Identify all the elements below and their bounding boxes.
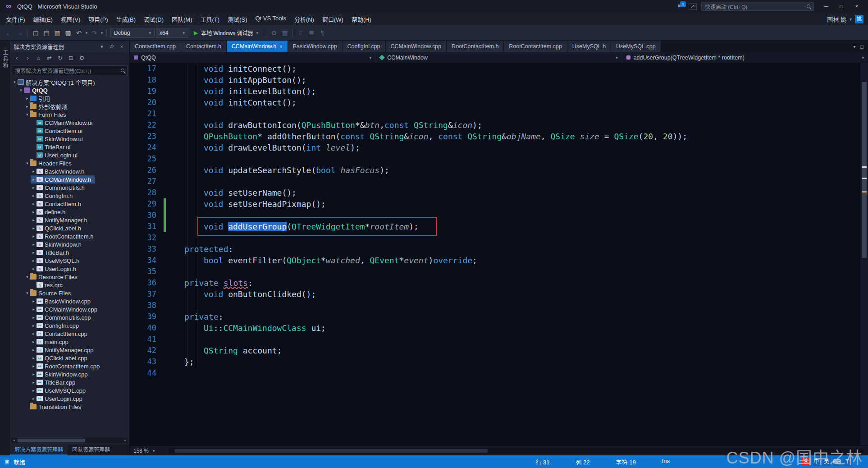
tree-item-NotifyManager.cpp[interactable]: ▸++NotifyManager.cpp xyxy=(10,346,129,354)
tree-item-define.h[interactable]: ▸hdefine.h xyxy=(10,208,129,216)
expander-icon[interactable]: ▸ xyxy=(31,380,37,385)
tab-ContactItem.cpp[interactable]: ContactItem.cpp xyxy=(130,41,181,52)
solution-platform-select[interactable]: x64 ▾ xyxy=(156,28,188,38)
menu-item[interactable]: 工具(T) xyxy=(196,13,224,26)
collapse-all-icon[interactable]: ⊟ xyxy=(66,54,76,63)
code-line-25[interactable]: 25 xyxy=(130,153,860,165)
new-file-icon[interactable]: ▢ xyxy=(30,28,41,38)
back-icon[interactable]: ‹ xyxy=(12,54,22,63)
expander-icon[interactable]: ▸ xyxy=(31,331,37,336)
tree-item-UseMySQL.h[interactable]: ▸hUseMySQL.h xyxy=(10,257,129,265)
tab-BasicWindow.cpp[interactable]: BasicWindow.cpp xyxy=(288,41,342,52)
open-file-icon[interactable]: ▤ xyxy=(41,28,52,38)
code-line-36[interactable]: 36private slots: xyxy=(130,277,860,289)
menu-item[interactable]: 帮助(H) xyxy=(347,13,375,26)
tree-item-Translation Files[interactable]: Translation Files xyxy=(10,403,129,411)
pin-icon[interactable]: ⚲ xyxy=(106,41,117,52)
active-files-dropdown-icon[interactable]: ▾ xyxy=(854,44,856,49)
code-editor[interactable]: 17void initConnect();18void initAppButto… xyxy=(130,63,868,445)
user-avatar[interactable]: 姚 xyxy=(855,15,863,23)
expander-icon[interactable]: ▸ xyxy=(31,242,37,247)
ime-tile[interactable]: 中 xyxy=(812,457,821,466)
breadcrumb-member-dropdown[interactable]: addUserGroup(QTreeWidgetItem * rootItem)… xyxy=(622,52,868,63)
build-gear-icon[interactable]: ⚙ xyxy=(269,28,279,38)
tree-item-ContactItem.h[interactable]: ▸hContactItem.h xyxy=(10,200,129,208)
scroll-left-icon[interactable]: ◂ xyxy=(11,438,17,443)
expander-icon[interactable]: ▸ xyxy=(31,315,37,320)
home-icon[interactable]: ⌂ xyxy=(33,54,44,63)
tree-item-Source Files[interactable]: ▾Source Files xyxy=(10,289,129,297)
tab-CCMainWindow.cpp[interactable]: CCMainWindow.cpp xyxy=(386,41,447,52)
tree-item-CommonUtils.cpp[interactable]: ▸++CommonUtils.cpp xyxy=(10,313,129,321)
tree-item-CCMainWindow.h[interactable]: ▸hCCMainWindow.h xyxy=(10,175,129,184)
editor-hscrollbar[interactable] xyxy=(169,448,863,454)
tree-item-QClickLabel.h[interactable]: ▸hQClickLabel.h xyxy=(10,224,129,232)
code-line-24[interactable]: 24void drawLevelButton(int level); xyxy=(130,142,860,153)
tree-item-CCMainWindow.ui[interactable]: uiCCMainWindow.ui xyxy=(10,119,129,127)
tree-item-ContactItem.cpp[interactable]: ▸++ContactItem.cpp xyxy=(10,330,129,338)
tree-item-SkinWindow.ui[interactable]: uiSkinWindow.ui xyxy=(10,135,129,143)
tree-item-Form Files[interactable]: ▾Form Files xyxy=(10,110,129,119)
tree-item-SkinWindow.h[interactable]: ▸hSkinWindow.h xyxy=(10,240,129,248)
menu-item[interactable]: Qt VS Tools xyxy=(251,13,290,26)
tree-item-ContactItem.ui[interactable]: uiContactItem.ui xyxy=(10,127,129,135)
maximize-button[interactable]: □ xyxy=(834,1,849,12)
code-line-18[interactable]: 18void initAppButton(); xyxy=(130,74,860,86)
tree-item-RootContactItem.cpp[interactable]: ▸++RootContactItem.cpp xyxy=(10,362,129,370)
expander-icon[interactable]: ▸ xyxy=(31,177,37,182)
navigate-lines-icon[interactable]: ≣ xyxy=(306,28,317,38)
refresh-icon[interactable]: ↻ xyxy=(55,54,65,63)
tree-item-main.cpp[interactable]: ▸++main.cpp xyxy=(10,338,129,346)
tree-item-UserLogin.cpp[interactable]: ▸++UserLogin.cpp xyxy=(10,395,129,403)
expander-icon[interactable]: ▸ xyxy=(31,299,37,303)
menu-item[interactable]: 测试(S) xyxy=(224,13,251,26)
formatting-marks-icon[interactable]: ¶ xyxy=(317,28,328,38)
code-line-32[interactable]: 32 xyxy=(130,232,860,243)
menu-item[interactable]: 编辑(E) xyxy=(29,13,57,26)
expander-icon[interactable]: ▸ xyxy=(31,340,37,344)
expander-icon[interactable]: ▾ xyxy=(24,112,30,117)
tree-item-TitleBar.cpp[interactable]: ▸++TitleBar.cpp xyxy=(10,378,129,386)
code-line-40[interactable]: 40Ui::CCMainWindowClass ui; xyxy=(130,322,860,334)
solution-hscrollbar[interactable]: ◂ ▸ xyxy=(11,438,128,443)
tree-item-TitleBar.h[interactable]: ▸hTitleBar.h xyxy=(10,248,129,257)
code-line-35[interactable]: 35 xyxy=(130,266,860,277)
minimize-button[interactable]: ─ xyxy=(818,1,834,12)
ime-tile[interactable]: ⌨ xyxy=(832,457,841,466)
expander-icon[interactable]: ▸ xyxy=(31,348,37,352)
hscroll-thumb[interactable] xyxy=(18,439,85,442)
expander-icon[interactable]: ▸ xyxy=(31,218,37,222)
expander-icon[interactable]: ▸ xyxy=(31,396,37,401)
solution-search-input[interactable]: 搜索解决方案资源管理器(Ctrl+;) xyxy=(12,65,128,75)
outline-icon[interactable]: ≡ xyxy=(295,28,306,38)
tab-UseMySQL.cpp[interactable]: UseMySQL.cpp xyxy=(611,41,661,52)
code-line-38[interactable]: 38 xyxy=(130,300,860,311)
float-window-icon[interactable]: ▢ xyxy=(860,44,864,49)
dropdown-arrow-icon[interactable]: ▾ xyxy=(100,31,104,35)
ime-tile[interactable]: 英 xyxy=(822,457,831,466)
feedback-icon[interactable]: ↗ xyxy=(689,3,697,10)
menu-item[interactable]: 调试(D) xyxy=(140,13,168,26)
code-line-17[interactable]: 17void initConnect(); xyxy=(130,63,860,74)
expander-icon[interactable]: ▾ xyxy=(24,291,30,295)
menu-item[interactable]: 生成(B) xyxy=(112,13,140,26)
menu-item[interactable]: 团队(M) xyxy=(168,13,196,26)
expander-icon[interactable]: ▸ xyxy=(31,226,37,230)
tree-item-CCMainWindow.cpp[interactable]: ▸++CCMainWindow.cpp xyxy=(10,305,129,313)
expander-icon[interactable]: ▸ xyxy=(31,234,37,239)
expander-icon[interactable]: ▸ xyxy=(31,323,37,328)
tab-ConfigIni.cpp[interactable]: ConfigIni.cpp xyxy=(343,41,385,52)
expander-icon[interactable]: ▾ xyxy=(12,80,18,84)
code-line-39[interactable]: 39private: xyxy=(130,311,860,322)
expander-icon[interactable]: ▸ xyxy=(24,96,30,101)
expander-icon[interactable]: ▸ xyxy=(31,258,37,263)
close-icon[interactable]: × xyxy=(118,42,126,50)
tree-item-TitleBar.ui[interactable]: uiTitleBar.ui xyxy=(10,143,129,151)
tab-CCMainWindow.h[interactable]: CCMainWindow.h× xyxy=(227,41,288,52)
toolbox-vertical-tab[interactable]: 工具箱 xyxy=(0,45,10,73)
undo-icon[interactable]: ↶ xyxy=(73,28,84,38)
start-debugging-button[interactable]: ▶ 本地 Windows 调试器 ▾ xyxy=(190,27,262,39)
ime-tile[interactable]: T xyxy=(843,457,852,466)
tree-item-ConfigIni.cpp[interactable]: ▸++ConfigIni.cpp xyxy=(10,321,129,330)
solution-configuration-select[interactable]: Debug ▾ xyxy=(110,28,155,38)
